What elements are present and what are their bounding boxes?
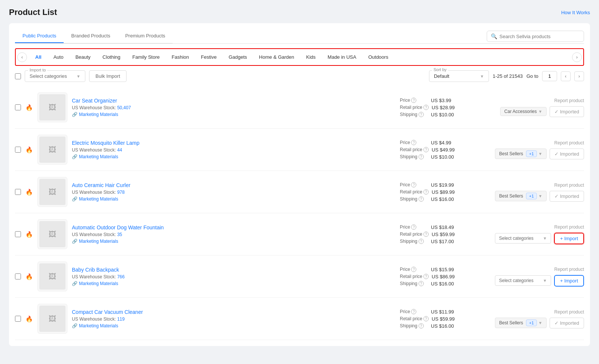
product-checkbox-2[interactable] [15, 147, 21, 153]
category-all[interactable]: All [29, 52, 48, 62]
product-category-select-4[interactable]: Select categories▼ [495, 233, 551, 244]
marketing-materials-link-5[interactable]: 🔗Marketing Materials [72, 281, 231, 286]
tag-badge-3[interactable]: Best Sellers+1▼ [495, 191, 546, 201]
check-icon: ✓ [554, 151, 559, 157]
tabs-row: Public ProductsBranded ProductsPremium P… [15, 29, 584, 44]
tag-badge-1[interactable]: Car Accessories▼ [500, 107, 547, 116]
import-button-5[interactable]: + Import [554, 275, 584, 287]
price-label: Price ? [400, 224, 428, 230]
import-category-select[interactable]: Select categories ▼ [25, 71, 85, 82]
prev-page-button[interactable]: ‹ [561, 71, 571, 81]
category-auto[interactable]: Auto [48, 52, 70, 62]
price-label: Shipping ? [400, 239, 428, 244]
imported-badge-1: ✓ Imported [550, 106, 584, 117]
product-name-1[interactable]: Car Seat Organizer [72, 98, 231, 104]
category-beauty[interactable]: Beauty [69, 52, 96, 62]
price-help-icon[interactable]: ? [419, 239, 424, 244]
how-it-works-link[interactable]: How It Works [561, 10, 590, 15]
tab-branded[interactable]: Branded Products [64, 29, 118, 43]
tag-badge-2[interactable]: Best Sellers+1▼ [495, 149, 546, 159]
select-all-checkbox[interactable] [15, 73, 21, 79]
tab-public[interactable]: Public Products [15, 29, 64, 43]
price-help-icon[interactable]: ? [419, 281, 424, 286]
product-category-select-5[interactable]: Select categories▼ [495, 275, 551, 286]
product-name-5[interactable]: Baby Crib Backpack [72, 267, 231, 273]
price-help-icon[interactable]: ? [411, 309, 416, 314]
tag-badge-6[interactable]: Best Sellers+1▼ [495, 318, 546, 328]
action-section-3: Report productBest Sellers+1▼✓ Imported [487, 183, 584, 202]
import-button-4[interactable]: + Import [554, 233, 584, 244]
product-checkbox-5[interactable] [15, 273, 21, 279]
marketing-materials-link-6[interactable]: 🔗Marketing Materials [72, 323, 231, 328]
tag-plus-badge: +1 [526, 150, 537, 157]
category-family[interactable]: Family Store [127, 52, 166, 62]
price-label: Shipping ? [400, 281, 428, 286]
report-product-link-6[interactable]: Report product [554, 309, 584, 315]
product-checkbox-6[interactable] [15, 316, 21, 322]
price-row: Shipping ? US $16.00 [400, 281, 482, 287]
category-home[interactable]: Home & Garden [253, 52, 300, 62]
price-help-icon[interactable]: ? [419, 112, 424, 117]
price-help-icon[interactable]: ? [423, 232, 429, 237]
report-product-link-5[interactable]: Report product [554, 267, 584, 272]
tab-premium[interactable]: Premium Products [118, 29, 173, 43]
marketing-materials-link-2[interactable]: 🔗Marketing Materials [72, 154, 231, 159]
product-name-2[interactable]: Electric Mosquito Killer Lamp [72, 140, 231, 146]
price-help-icon[interactable]: ? [423, 274, 429, 279]
product-list: 🔥🖼Car Seat OrganizerUS Warehouse Stock: … [15, 86, 584, 340]
report-product-link-1[interactable]: Report product [554, 98, 584, 103]
product-name-3[interactable]: Auto Ceramic Hair Curler [72, 182, 231, 188]
product-info-2: Electric Mosquito Killer LampUS Warehous… [72, 140, 231, 159]
price-help-icon[interactable]: ? [423, 147, 429, 152]
category-gadgets[interactable]: Gadgets [223, 52, 253, 62]
imported-badge-2: ✓ Imported [550, 149, 584, 159]
product-name-4[interactable]: Automatic Outdoor Dog Water Fountain [72, 224, 231, 230]
category-next-button[interactable]: › [572, 52, 582, 62]
report-product-link-2[interactable]: Report product [554, 140, 584, 146]
marketing-materials-link-3[interactable]: 🔗Marketing Materials [72, 196, 231, 202]
price-row: Shipping ? US $16.00 [400, 196, 482, 202]
price-value: US $10.00 [431, 154, 454, 160]
product-stock-1: US Warehouse Stock: 50,407 [72, 105, 231, 110]
price-help-icon[interactable]: ? [411, 182, 416, 187]
product-name-6[interactable]: Compact Car Vacuum Cleaner [72, 309, 231, 315]
category-kids[interactable]: Kids [300, 52, 322, 62]
report-product-link-4[interactable]: Report product [554, 224, 584, 230]
tag-chevron-icon: ▼ [538, 194, 542, 198]
category-madeinusa[interactable]: Made in USA [322, 52, 362, 62]
price-row: Retail price ? US $59.99 [400, 316, 482, 322]
price-help-icon[interactable]: ? [419, 154, 424, 159]
price-help-icon[interactable]: ? [411, 98, 416, 103]
marketing-materials-link-1[interactable]: 🔗Marketing Materials [72, 112, 231, 117]
price-help-icon[interactable]: ? [411, 267, 416, 272]
category-festive[interactable]: Festive [195, 52, 223, 62]
price-help-icon[interactable]: ? [423, 189, 429, 195]
price-help-icon[interactable]: ? [419, 196, 424, 202]
bulk-import-button[interactable]: Bulk Import [89, 70, 127, 82]
price-help-icon[interactable]: ? [423, 105, 429, 110]
search-input[interactable] [499, 34, 580, 39]
goto-input[interactable] [542, 71, 557, 81]
product-checkbox-3[interactable] [15, 189, 21, 195]
price-help-icon[interactable]: ? [419, 323, 424, 328]
category-clothing[interactable]: Clothing [97, 52, 127, 62]
price-help-icon[interactable]: ? [411, 224, 416, 230]
next-page-button[interactable]: › [574, 71, 584, 81]
category-prev-button[interactable]: ‹ [17, 52, 27, 62]
price-help-icon[interactable]: ? [423, 316, 429, 321]
price-row: Shipping ? US $17.00 [400, 239, 482, 244]
table-row: 🔥🖼Electric Mosquito Killer LampUS Wareho… [15, 129, 584, 171]
category-fashion[interactable]: Fashion [166, 52, 195, 62]
sort-select[interactable]: Default ▼ [429, 70, 489, 82]
price-value: US $86.99 [432, 274, 454, 279]
report-product-link-3[interactable]: Report product [554, 183, 584, 188]
marketing-icon: 🔗 [72, 154, 77, 159]
product-checkbox-1[interactable] [15, 104, 21, 110]
price-help-icon[interactable]: ? [411, 140, 416, 145]
price-section-3: Price ? US $19.99 Retail price ? US $89.… [400, 182, 482, 202]
marketing-materials-link-4[interactable]: 🔗Marketing Materials [72, 239, 231, 244]
category-outdoors[interactable]: Outdoors [362, 52, 394, 62]
search-box[interactable]: 🔍 [487, 31, 584, 42]
product-checkbox-4[interactable] [15, 231, 21, 237]
price-label: Shipping ? [400, 323, 428, 328]
